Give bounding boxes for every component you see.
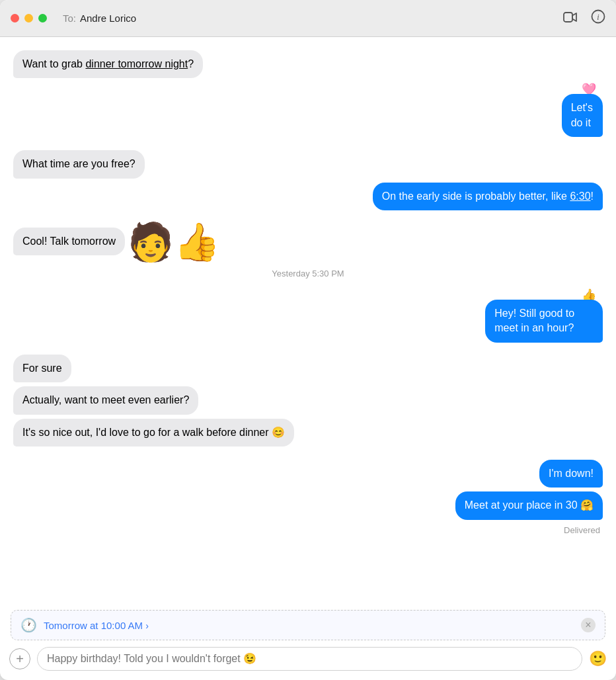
message-bubble: It's so nice out, I'd love to go for a w… bbox=[13, 419, 294, 446]
schedule-bar[interactable]: 🕐 Tomorrow at 10:00 AM › × bbox=[11, 610, 605, 640]
delivered-label: Delivered bbox=[13, 525, 603, 535]
input-bar: + 🙂 bbox=[0, 640, 616, 680]
traffic-lights bbox=[11, 14, 47, 22]
bubble-with-reaction: 🩷 Let's do it bbox=[539, 82, 603, 137]
message-bubble: For sure bbox=[13, 355, 71, 382]
svg-rect-0 bbox=[564, 13, 572, 22]
messages-window: To: Andre Lorico i Want to grab dinner t… bbox=[0, 0, 616, 680]
underline-time: 6:30 bbox=[570, 191, 590, 202]
messages-area: Want to grab dinner tomorrow night? 🩷 Le… bbox=[0, 37, 616, 605]
message-bubble: I'm down! bbox=[539, 460, 603, 488]
message-bubble: Meet at your place in 30 🤗 bbox=[455, 491, 603, 519]
titlebar-actions: i bbox=[563, 9, 605, 27]
schedule-close-button[interactable]: × bbox=[581, 618, 596, 632]
add-attachment-button[interactable]: + bbox=[9, 648, 30, 669]
message-bubble: Actually, want to meet even earlier? bbox=[13, 386, 198, 414]
message-input[interactable] bbox=[37, 647, 582, 671]
message-row: It's so nice out, I'd love to go for a w… bbox=[13, 419, 603, 446]
to-label: To: bbox=[63, 13, 76, 24]
message-bubble: Let's do it bbox=[562, 94, 603, 137]
info-icon[interactable]: i bbox=[591, 9, 605, 27]
message-row: Want to grab dinner tomorrow night? bbox=[13, 50, 603, 78]
schedule-time-text[interactable]: Tomorrow at 10:00 AM › bbox=[44, 620, 574, 631]
schedule-clock-icon: 🕐 bbox=[20, 617, 37, 633]
timestamp-separator: Yesterday 5:30 PM bbox=[13, 269, 603, 278]
contact-name: Andre Lorico bbox=[80, 13, 136, 24]
message-row: Meet at your place in 30 🤗 bbox=[13, 491, 603, 519]
titlebar: To: Andre Lorico i bbox=[0, 0, 616, 37]
message-row: For sure bbox=[13, 355, 603, 382]
schedule-chevron-icon: › bbox=[145, 620, 149, 631]
message-bubble: On the early side is probably better, li… bbox=[373, 183, 603, 210]
plus-icon: + bbox=[16, 652, 24, 667]
message-bubble: Cool! Talk tomorrow bbox=[13, 228, 125, 255]
schedule-time-label: Tomorrow at 10:00 AM bbox=[44, 620, 143, 631]
message-row: Cool! Talk tomorrow 🧑👍 bbox=[13, 224, 603, 255]
message-row: What time are you free? bbox=[13, 150, 603, 178]
emoji-picker-button[interactable]: 🙂 bbox=[589, 650, 607, 667]
maximize-button[interactable] bbox=[38, 14, 47, 22]
message-row: Actually, want to meet even earlier? bbox=[13, 386, 603, 414]
message-bubble: What time are you free? bbox=[13, 150, 145, 178]
svg-text:i: i bbox=[597, 13, 599, 22]
bubble-with-reaction: 👍 Hey! Still good to meet in an hour? bbox=[422, 288, 603, 343]
underline-text: dinner tomorrow night bbox=[85, 58, 188, 69]
close-button[interactable] bbox=[11, 14, 19, 22]
video-call-icon[interactable] bbox=[563, 11, 578, 26]
message-bubble: Want to grab dinner tomorrow night? bbox=[13, 50, 203, 78]
message-row: 👍 Hey! Still good to meet in an hour? bbox=[13, 288, 603, 343]
message-bubble: Hey! Still good to meet in an hour? bbox=[485, 300, 603, 343]
message-row: On the early side is probably better, li… bbox=[13, 183, 603, 210]
memoji-sticker: 🧑👍 bbox=[128, 224, 220, 261]
message-row: I'm down! bbox=[13, 460, 603, 488]
memoji-row: Cool! Talk tomorrow 🧑👍 bbox=[13, 224, 220, 255]
message-row: 🩷 Let's do it bbox=[13, 82, 603, 137]
minimize-button[interactable] bbox=[24, 14, 33, 22]
